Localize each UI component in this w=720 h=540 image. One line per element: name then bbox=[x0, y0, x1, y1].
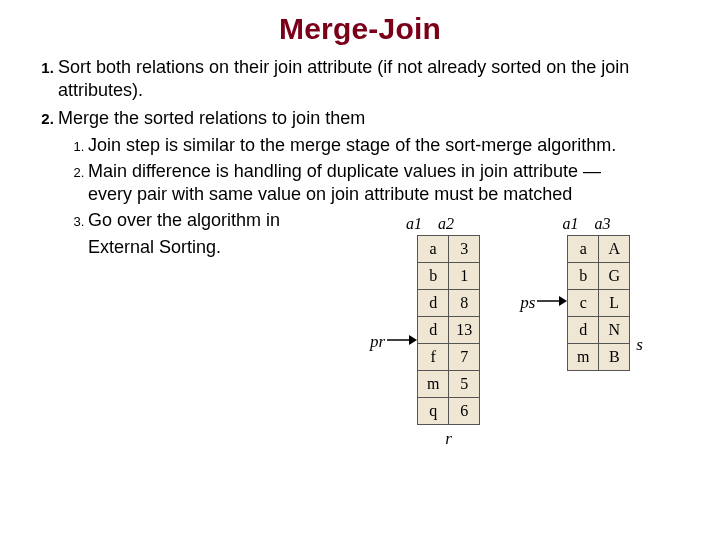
table-row: dN bbox=[568, 317, 630, 344]
table-row: aA bbox=[568, 236, 630, 263]
right-col-header-2: a3 bbox=[595, 215, 611, 233]
cell: m bbox=[568, 344, 599, 371]
arrow-icon bbox=[387, 333, 417, 351]
relation-left-table-wrap: a3 b1 d8 d13 f7 m5 q6 r bbox=[417, 235, 480, 449]
left-col-header-1: a1 bbox=[406, 215, 422, 233]
table-row: bG bbox=[568, 263, 630, 290]
relation-right-name: s bbox=[636, 335, 643, 355]
list-item-1: Sort both relations on their join attrib… bbox=[58, 56, 646, 101]
table-row: cL bbox=[568, 290, 630, 317]
table-row: f7 bbox=[418, 344, 480, 371]
cell: 7 bbox=[449, 344, 480, 371]
cell: m bbox=[418, 371, 449, 398]
cell: d bbox=[418, 290, 449, 317]
relation-left: a1 a2 pr a3 b1 d8 d13 f7 bbox=[370, 215, 480, 449]
relation-left-table: a3 b1 d8 d13 f7 m5 q6 bbox=[417, 235, 480, 425]
cell: 5 bbox=[449, 371, 480, 398]
cell: a bbox=[418, 236, 449, 263]
relation-right-headers: a1 a3 bbox=[563, 215, 611, 233]
cell: 3 bbox=[449, 236, 480, 263]
sub-item-2-text: Main difference is handling of duplicate… bbox=[88, 161, 601, 204]
cell: b bbox=[568, 263, 599, 290]
cell: f bbox=[418, 344, 449, 371]
relation-left-name: r bbox=[445, 429, 452, 449]
table-row: a3 bbox=[418, 236, 480, 263]
relation-right-table: aA bG cL dN mB bbox=[567, 235, 630, 371]
sub-item-3-text: Go over the algorithm in bbox=[88, 210, 280, 230]
relation-right: a1 a3 ps aA bG cL bbox=[520, 215, 643, 371]
relation-right-table-wrap: aA bG cL dN mB s bbox=[567, 235, 643, 371]
cell: a bbox=[568, 236, 599, 263]
cell: 6 bbox=[449, 398, 480, 425]
cell: c bbox=[568, 290, 599, 317]
cell: L bbox=[599, 290, 630, 317]
slide-title: Merge-Join bbox=[36, 12, 684, 46]
table-row: b1 bbox=[418, 263, 480, 290]
left-pointer-label: pr bbox=[370, 332, 385, 352]
table-row: q6 bbox=[418, 398, 480, 425]
cell: q bbox=[418, 398, 449, 425]
figure: a1 a2 pr a3 b1 d8 d13 f7 bbox=[370, 215, 643, 449]
arrow-icon bbox=[537, 294, 567, 312]
cell: A bbox=[599, 236, 630, 263]
cell: d bbox=[418, 317, 449, 344]
cell: 1 bbox=[449, 263, 480, 290]
relation-left-headers: a1 a2 bbox=[406, 215, 454, 233]
svg-marker-1 bbox=[409, 335, 417, 345]
cell: B bbox=[599, 344, 630, 371]
table-row: d8 bbox=[418, 290, 480, 317]
relation-right-body: ps aA bG cL dN mB bbox=[520, 235, 643, 371]
sub-item-2: Main difference is handling of duplicate… bbox=[88, 160, 646, 205]
cell: b bbox=[418, 263, 449, 290]
cell: G bbox=[599, 263, 630, 290]
left-col-header-2: a2 bbox=[438, 215, 454, 233]
cell: 13 bbox=[449, 317, 480, 344]
table-row: mB bbox=[568, 344, 630, 371]
cell: N bbox=[599, 317, 630, 344]
cell: d bbox=[568, 317, 599, 344]
cell: 8 bbox=[449, 290, 480, 317]
list-item-1-text: Sort both relations on their join attrib… bbox=[58, 57, 629, 100]
right-col-header-1: a1 bbox=[563, 215, 579, 233]
svg-marker-3 bbox=[559, 296, 567, 306]
right-pointer-label: ps bbox=[520, 293, 535, 313]
table-row: d13 bbox=[418, 317, 480, 344]
list-item-2-text: Merge the sorted relations to join them bbox=[58, 108, 365, 128]
sub-item-1: Join step is similar to the merge stage … bbox=[88, 134, 646, 157]
table-row: m5 bbox=[418, 371, 480, 398]
sub-item-1-text: Join step is similar to the merge stage … bbox=[88, 135, 616, 155]
slide: Merge-Join Sort both relations on their … bbox=[0, 0, 720, 540]
relation-left-body: pr a3 b1 d8 d13 f7 m5 q6 bbox=[370, 235, 480, 449]
